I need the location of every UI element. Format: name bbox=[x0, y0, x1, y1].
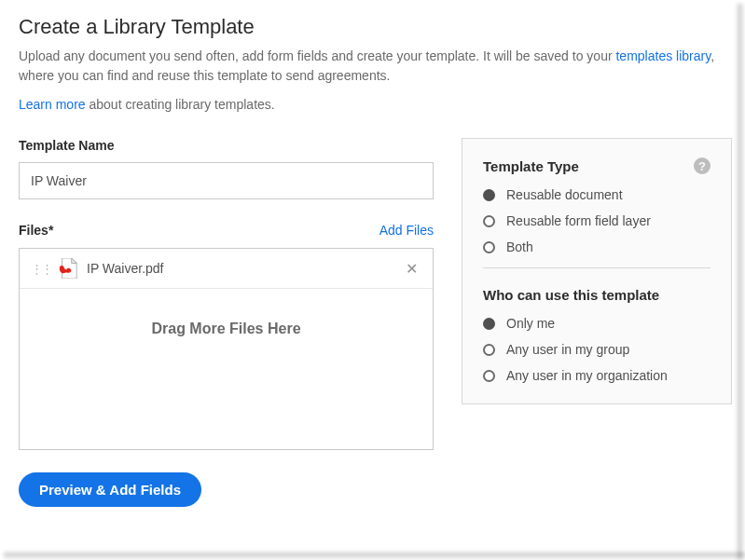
learn-more-suffix: about creating library templates. bbox=[86, 97, 275, 112]
template-type-title: Template Type bbox=[483, 158, 579, 174]
template-options-panel: Template Type ? Reusable document Reusab… bbox=[462, 138, 732, 404]
decorative-shadow bbox=[738, 4, 745, 560]
radio-only-me[interactable]: Only me bbox=[483, 316, 711, 331]
radio-icon bbox=[483, 189, 495, 201]
file-name: IP Waiver.pdf bbox=[87, 261, 402, 276]
add-files-link[interactable]: Add Files bbox=[379, 223, 434, 238]
radio-label: Both bbox=[506, 239, 533, 254]
radio-form-field-layer[interactable]: Reusable form field layer bbox=[483, 213, 711, 228]
description-text-pre: Upload any document you send often, add … bbox=[19, 48, 615, 63]
template-name-input[interactable] bbox=[19, 162, 434, 199]
pdf-icon bbox=[59, 258, 77, 279]
radio-icon bbox=[483, 344, 495, 356]
radio-any-group[interactable]: Any user in my group bbox=[483, 342, 711, 357]
panel-divider bbox=[483, 267, 711, 268]
page-description: Upload any document you send often, add … bbox=[19, 47, 726, 86]
radio-label: Any user in my organization bbox=[506, 368, 668, 383]
radio-icon bbox=[483, 370, 495, 382]
radio-label: Reusable document bbox=[506, 187, 623, 202]
radio-reusable-document[interactable]: Reusable document bbox=[483, 187, 711, 202]
radio-icon bbox=[483, 215, 495, 227]
templates-library-link[interactable]: templates library bbox=[615, 48, 711, 63]
page-title: Create a Library Template bbox=[19, 15, 726, 39]
permission-title: Who can use this template bbox=[483, 287, 711, 303]
help-icon[interactable]: ? bbox=[694, 157, 711, 174]
preview-add-fields-button[interactable]: Preview & Add Fields bbox=[19, 472, 201, 507]
radio-icon bbox=[483, 241, 495, 253]
drag-handle-icon[interactable]: ⋮⋮ bbox=[31, 262, 51, 276]
radio-label: Any user in my group bbox=[506, 342, 629, 357]
files-dropzone[interactable]: ⋮⋮ IP Waiver.pdf ✕ Drag More Files Here bbox=[19, 248, 434, 450]
learn-more-link[interactable]: Learn more bbox=[19, 97, 86, 112]
radio-label: Reusable form field layer bbox=[506, 213, 651, 228]
required-asterisk: * bbox=[48, 223, 53, 238]
decorative-shadow bbox=[4, 553, 745, 560]
radio-label: Only me bbox=[506, 316, 555, 331]
radio-both[interactable]: Both bbox=[483, 239, 711, 254]
template-name-label: Template Name bbox=[19, 138, 434, 153]
files-label: Files* bbox=[19, 222, 53, 239]
radio-any-org[interactable]: Any user in my organization bbox=[483, 368, 711, 383]
learn-more-line: Learn more about creating library templa… bbox=[19, 97, 726, 112]
drag-more-files-zone[interactable]: Drag More Files Here bbox=[20, 289, 433, 449]
remove-file-button[interactable]: ✕ bbox=[402, 260, 421, 278]
file-row: ⋮⋮ IP Waiver.pdf ✕ bbox=[20, 249, 433, 289]
files-label-text: Files bbox=[19, 223, 48, 238]
radio-icon bbox=[483, 318, 495, 330]
